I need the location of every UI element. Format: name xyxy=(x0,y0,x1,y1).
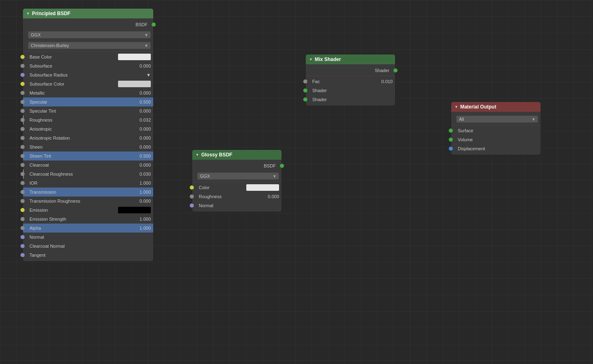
subsurface-color-row: Subsurface Color xyxy=(23,79,153,88)
tangent-socket[interactable] xyxy=(20,253,25,257)
principled-bsdf-node: ▼ Principled BSDF BSDF GGX Multiscatter … xyxy=(23,8,154,262)
transmission-roughness-row: Transmission Roughness 0.000 xyxy=(23,197,153,206)
material-output-header: ▼ Material Output xyxy=(451,102,541,112)
base-color-swatch[interactable] xyxy=(118,54,151,60)
specular-socket[interactable] xyxy=(20,100,25,104)
mix-shader1-socket[interactable] xyxy=(303,88,307,93)
mix-shader-output-row: Shader xyxy=(306,66,395,75)
glossy-ggx-dropdown[interactable]: GGX Multiscatter GGX xyxy=(197,172,279,180)
clearcoat-normal-socket[interactable] xyxy=(20,244,25,248)
material-output-body: All Cycles EEVEE ▼ Surface Volume Displa… xyxy=(451,112,541,155)
anisotropic-socket[interactable] xyxy=(20,127,25,131)
transmission-roughness-socket[interactable] xyxy=(20,199,25,203)
base-color-socket[interactable] xyxy=(20,55,25,59)
emission-strength-label: Emission Strength xyxy=(25,217,139,222)
sheen-tint-label: Sheen Tint xyxy=(25,154,139,158)
collapse-triangle[interactable]: ▼ xyxy=(26,11,30,16)
mix-fac-socket[interactable] xyxy=(303,79,307,84)
subsurface-label: Subsurface xyxy=(25,63,139,68)
emission-row: Emission xyxy=(23,206,153,215)
clearcoat-socket[interactable] xyxy=(20,163,25,167)
glossy-color-socket[interactable] xyxy=(190,185,194,190)
alpha-value: 1.000 xyxy=(139,226,151,231)
volume-label: Volume xyxy=(454,137,538,142)
mix-shader-title: Mix Shader xyxy=(315,57,341,62)
anisotropic-rotation-socket[interactable] xyxy=(20,136,25,140)
anisotropic-rotation-row: Anisotropic Rotation 0.000 xyxy=(23,133,153,142)
material-output-dropdown-row: All Cycles EEVEE ▼ xyxy=(453,114,539,124)
displacement-socket[interactable] xyxy=(449,147,453,151)
glossy-roughness-row: Roughness 0.000 xyxy=(192,192,282,201)
clearcoat-roughness-socket[interactable] xyxy=(20,172,25,176)
emission-strength-socket[interactable] xyxy=(20,217,25,221)
subsurface-socket[interactable] xyxy=(20,64,25,68)
ior-socket[interactable] xyxy=(20,181,25,185)
emission-color-swatch[interactable] xyxy=(118,207,151,213)
metallic-row: Metallic 0.000 xyxy=(23,88,153,97)
mix-shader-node: ▼ Mix Shader Shader Fac 0.010 Shader Sha… xyxy=(305,54,395,106)
metallic-socket[interactable] xyxy=(20,91,25,95)
material-output-target-dropdown[interactable]: All Cycles EEVEE xyxy=(456,115,538,123)
mix-collapse-triangle[interactable]: ▼ xyxy=(309,57,313,61)
specular-tint-socket[interactable] xyxy=(20,109,25,113)
glossy-ggx-dropdown-row: GGX Multiscatter GGX ▼ xyxy=(194,171,280,181)
cb-dropdown[interactable]: Christensen-Burley Random Walk xyxy=(28,42,151,49)
glossy-roughness-value: 0.000 xyxy=(268,194,279,199)
tangent-row: Tangent xyxy=(23,251,153,260)
subsurface-color-socket[interactable] xyxy=(20,82,25,86)
subsurface-color-swatch[interactable] xyxy=(118,81,151,87)
ggx-dropdown[interactable]: GGX Multiscatter GGX xyxy=(28,31,151,38)
material-output-collapse-triangle[interactable]: ▼ xyxy=(454,105,458,109)
sheen-tint-socket[interactable] xyxy=(20,154,25,158)
glossy-bsdf-output-socket[interactable] xyxy=(280,164,284,168)
glossy-color-swatch[interactable] xyxy=(246,184,279,191)
mix-fac-row: Fac 0.010 xyxy=(306,77,395,86)
cb-dropdown-row: Christensen-Burley Random Walk ▼ xyxy=(25,41,152,50)
subsurface-radius-dropdown-arrow: ▼ xyxy=(146,72,151,77)
volume-socket[interactable] xyxy=(449,138,453,142)
mix-shader1-row: Shader xyxy=(306,86,395,95)
ggx-dropdown-row: GGX Multiscatter GGX ▼ xyxy=(25,30,152,40)
ior-row: IOR 1.000 xyxy=(23,179,153,188)
glossy-roughness-label: Roughness xyxy=(195,194,268,199)
roughness-label: Roughness xyxy=(25,118,139,122)
roughness-socket[interactable] xyxy=(20,118,25,122)
anisotropic-row: Anisotropic 0.000 xyxy=(23,124,153,133)
surface-label: Surface xyxy=(454,128,538,133)
glossy-normal-socket[interactable] xyxy=(190,203,194,208)
material-output-node: ▼ Material Output All Cycles EEVEE ▼ Sur… xyxy=(451,102,541,155)
mix-shader2-socket[interactable] xyxy=(303,97,307,102)
subsurface-radius-label: Subsurface Radius xyxy=(25,72,146,77)
sheen-socket[interactable] xyxy=(20,145,25,149)
mix-shader1-label: Shader xyxy=(308,88,393,93)
mix-shader-output-socket[interactable] xyxy=(393,68,398,72)
emission-socket[interactable] xyxy=(20,208,25,212)
displacement-label: Displacement xyxy=(454,146,538,151)
bsdf-output-label: BSDF xyxy=(136,22,148,27)
anisotropic-rotation-value: 0.000 xyxy=(139,136,151,140)
specular-value: 0.500 xyxy=(139,99,151,104)
clearcoat-normal-row: Clearcoat Normal xyxy=(23,242,153,251)
glossy-normal-row: Normal xyxy=(192,201,282,210)
metallic-value: 0.000 xyxy=(139,90,151,95)
glossy-bsdf-node: ▼ Glossy BSDF BSDF GGX Multiscatter GGX … xyxy=(192,149,282,212)
surface-socket[interactable] xyxy=(449,129,453,133)
sheen-row: Sheen 0.000 xyxy=(23,142,153,151)
glossy-bsdf-body: BSDF GGX Multiscatter GGX ▼ Color Roughn… xyxy=(192,160,282,212)
specular-tint-label: Specular Tint xyxy=(25,109,139,113)
normal-label: Normal xyxy=(25,235,151,240)
normal-row: Normal xyxy=(23,233,153,242)
subsurface-color-label: Subsurface Color xyxy=(25,81,118,86)
alpha-row: Alpha 1.000 xyxy=(23,224,153,233)
base-color-row: Base Color xyxy=(23,52,153,61)
clearcoat-row: Clearcoat 0.000 xyxy=(23,161,153,170)
glossy-roughness-socket[interactable] xyxy=(190,194,194,199)
alpha-socket[interactable] xyxy=(20,226,25,230)
glossy-collapse-triangle[interactable]: ▼ xyxy=(195,153,199,157)
subsurface-radius-socket[interactable] xyxy=(20,73,25,77)
bsdf-output-socket[interactable] xyxy=(152,23,156,27)
transmission-socket[interactable] xyxy=(20,190,25,194)
normal-socket[interactable] xyxy=(20,235,25,239)
base-color-label: Base Color xyxy=(25,54,118,59)
mix-shader-body: Shader Fac 0.010 Shader Shader xyxy=(306,64,395,106)
